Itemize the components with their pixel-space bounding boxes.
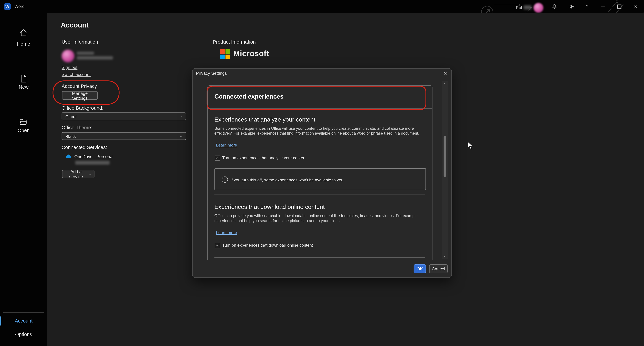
ok-button-label: OK [416,266,423,271]
info-icon-glyph: i [224,178,226,182]
check-icon: ✓ [216,244,219,247]
add-service-label: Add a service [65,169,87,179]
app-title: Word [14,4,25,8]
titlebar: W Word Rob ? ✕ [0,0,644,13]
sidebar-divider [3,312,44,313]
divider [214,257,425,258]
open-folder-icon [19,117,28,126]
connected-experiences-heading: Connected experiences [214,93,284,100]
analyze-section-body: Some connected experiences in Office wil… [214,126,422,136]
onedrive-cloud-icon [65,154,72,159]
notifications-icon[interactable] [552,4,557,9]
add-service-button[interactable]: Add a service ⌄ [62,170,94,178]
download-section-heading: Experiences that download online content [214,204,324,210]
office-theme-dropdown[interactable]: Black ⌄ [62,132,186,140]
sidebar-item-open-label: Open [18,128,30,133]
sidebar-item-options-label: Options [15,332,32,337]
scroll-up-arrow[interactable]: ▲ [442,81,448,86]
page-title: Account [61,21,89,29]
home-icon [19,28,28,37]
redacted-display-name [77,52,94,54]
word-logo-letter: W [5,4,9,9]
download-section-body: Office can provide you with searchable, … [214,213,422,223]
cancel-button[interactable]: Cancel [429,264,448,273]
office-theme-label: Office Theme: [62,125,92,130]
microsoft-logo-blue-square [220,55,225,59]
download-checkbox-label[interactable]: Turn on experiences that download online… [222,243,313,247]
redacted-account-email [77,56,113,59]
close-icon: ✕ [443,71,447,76]
microsoft-brand-name: Microsoft [233,49,269,58]
redacted-service-email [75,161,110,165]
cancel-button-label: Cancel [432,266,445,271]
dialog-title: Privacy Settings [196,71,227,75]
user-information-heading: User Information [62,39,98,45]
microsoft-logo-red-square [220,49,225,54]
info-icon: i [222,177,228,183]
dialog-scrollbar[interactable]: ▲ ▼ [442,81,448,259]
ok-button[interactable]: OK [414,264,426,273]
minimize-icon [601,6,605,7]
microsoft-logo-green-square [226,49,230,54]
analyze-section-heading: Experiences that analyze your content [214,116,315,123]
backstage-sidebar: Home New Open Account Options [0,13,47,346]
close-button[interactable]: ✕ [630,0,642,13]
new-document-icon [19,74,28,83]
office-theme-value: Black [65,134,76,138]
close-icon: ✕ [634,4,638,9]
account-privacy-heading: Account Privacy [62,83,97,89]
info-message-box: i If you turn this off, some experiences… [214,168,426,190]
sidebar-item-account[interactable]: Account [0,318,47,324]
help-icon: ? [586,4,589,9]
dialog-close-button[interactable]: ✕ [442,70,449,77]
dialog-content-box: Connected experiences Experiences that a… [208,85,432,260]
feedback-icon[interactable] [568,4,574,9]
scroll-down-arrow[interactable]: ▼ [442,254,448,259]
divider [208,108,432,109]
connected-services-heading: Connected Services: [62,144,107,150]
info-message-text: If you turn this off, some experiences w… [230,178,345,182]
chevron-down-icon: ⌄ [89,172,92,176]
word-backstage-window: { "icons": { "word_logo_letter": "W", "c… [0,0,644,346]
manage-settings-button[interactable]: Manage Settings [62,91,98,100]
user-avatar[interactable] [534,3,544,13]
check-icon: ✓ [216,156,219,160]
office-background-value: Circuit [65,114,78,119]
help-button[interactable]: ? [581,0,593,13]
office-background-label: Office Background: [62,105,103,111]
microsoft-logo-yellow-square [226,55,230,59]
office-background-dropdown[interactable]: Circuit ⌄ [62,112,186,120]
restore-icon [617,4,621,8]
sign-out-link[interactable]: Sign out [62,65,77,70]
redacted-user-name [524,5,532,9]
sidebar-item-new[interactable]: New [0,84,47,90]
minimize-button[interactable] [597,0,609,13]
chevron-down-icon: ⌄ [179,114,182,118]
scrollbar-thumb[interactable] [444,136,446,177]
switch-account-link[interactable]: Switch account [62,72,90,77]
sidebar-item-new-label: New [18,84,28,90]
titlebar-user-name: Rob [516,5,524,10]
sidebar-item-options[interactable]: Options [0,332,47,337]
analyze-checkbox-label[interactable]: Turn on experiences that analyze your co… [222,156,306,160]
word-app-icon: W [4,3,10,10]
download-checkbox[interactable]: ✓ [215,243,220,248]
divider [214,195,425,195]
screenshot-viewport: { "icons": { "word_logo_letter": "W", "c… [0,0,644,346]
account-avatar [62,50,74,62]
restore-button[interactable] [613,0,626,13]
sidebar-item-home-label: Home [17,41,30,47]
analyze-checkbox[interactable]: ✓ [215,156,220,161]
scroll-down-icon: ▼ [444,255,446,258]
sidebar-item-open[interactable]: Open [0,128,47,133]
manage-settings-label: Manage Settings [65,90,95,100]
analyze-learn-more-link[interactable]: Learn more [216,143,237,147]
sidebar-item-account-label: Account [15,318,32,324]
privacy-settings-dialog: Privacy Settings ✕ Connected experiences… [192,68,452,278]
chevron-down-icon: ⌄ [179,134,182,138]
download-learn-more-link[interactable]: Learn more [216,230,237,235]
scroll-up-icon: ▲ [444,82,446,85]
product-information-heading: Product Information [213,39,256,45]
sidebar-item-home[interactable]: Home [0,41,47,47]
onedrive-service-name[interactable]: OneDrive - Personal [74,154,113,159]
